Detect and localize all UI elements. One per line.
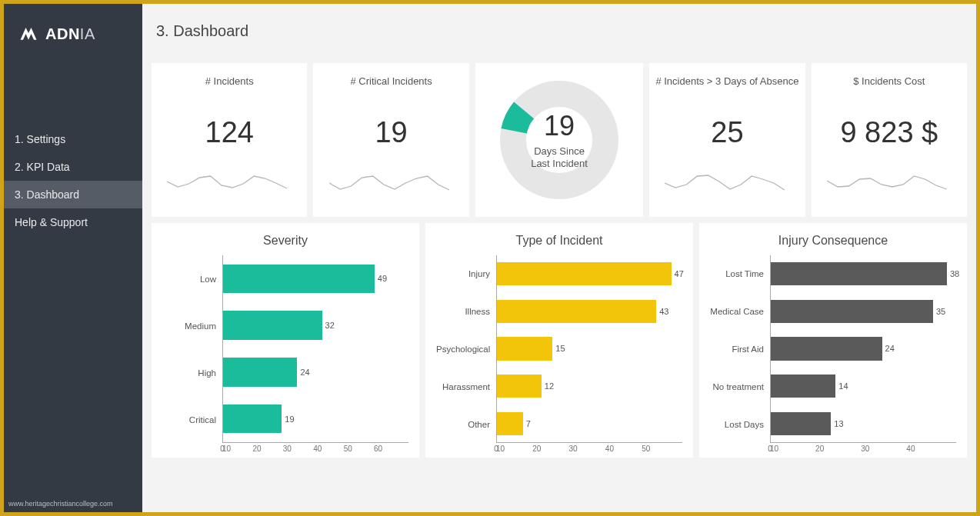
brand: ADNIA [4, 4, 142, 64]
kpi-label: # Incidents [205, 63, 254, 87]
bar-label: Low [162, 275, 222, 284]
sidebar-item-2[interactable]: 3. Dashboard [4, 181, 142, 208]
bar-value: 47 [672, 269, 684, 278]
chart-row: Severity LowMediumHighCritical [152, 223, 967, 458]
kpi-label: $ Incidents Cost [853, 63, 925, 87]
bar-value: 35 [933, 307, 945, 316]
x-tick: 40 [888, 444, 933, 453]
bar-label: Critical [162, 415, 222, 424]
sidebar-nav: 1. Settings2. KPI Data3. DashboardHelp &… [4, 125, 142, 236]
kpi-value: 25 [711, 116, 743, 149]
bar-value: 43 [656, 307, 668, 316]
chart-title: Severity [263, 223, 308, 252]
donut-center: 19 Days SinceLast Incident [531, 110, 588, 171]
brand-name: ADNIA [45, 25, 95, 43]
bar-value: 7 [523, 419, 531, 428]
bar-value: 49 [375, 274, 387, 283]
x-tick: 40 [592, 444, 628, 453]
kpi-card-0: # Incidents 124 [152, 63, 307, 217]
bar-value: 13 [831, 419, 843, 428]
bar-label: Illness [436, 307, 496, 316]
x-tick: 20 [797, 444, 842, 453]
kpi-card-3: $ Incidents Cost 9 823 $ [812, 63, 967, 217]
bar-label: Other [436, 420, 496, 429]
chart-card-2: Injury Consequence Lost TimeMedical Case… [699, 223, 967, 458]
bar-label: Psychological [436, 345, 496, 354]
chart-card-0: Severity LowMediumHighCritical [152, 223, 419, 458]
chart-title: Injury Consequence [778, 223, 888, 252]
bar-label: High [162, 368, 222, 378]
sidebar-item-1[interactable]: 2. KPI Data [4, 153, 142, 181]
bar-label: Lost Days [710, 420, 770, 429]
x-tick: 50 [332, 444, 362, 453]
brand-logo-icon [18, 22, 39, 46]
kpi-value: 124 [205, 116, 254, 149]
bar-value: 14 [835, 381, 848, 391]
kpi-value: 19 [375, 116, 407, 149]
x-tick: 10 [482, 444, 518, 453]
bar-value: 12 [542, 381, 554, 391]
main: 3. Dashboard # Incidents 124 # Critical … [142, 4, 976, 512]
donut-caption: Days SinceLast Incident [531, 145, 588, 171]
x-tick: 10 [752, 444, 797, 453]
bar-label: Medium [162, 321, 222, 331]
bar-label: Medical Case [710, 307, 770, 316]
brand-name-bold: ADN [45, 25, 80, 42]
kpi-label: # Critical Incidents [351, 63, 432, 87]
bar-label: First Aid [710, 345, 770, 354]
kpi-card-2: # Incidents > 3 Days of Absence 25 [649, 63, 805, 217]
bar-value: 38 [947, 269, 959, 278]
x-tick: 30 [842, 444, 888, 453]
page-title: 3. Dashboard [152, 4, 967, 63]
footer-text: www.heritagechristiancollege.com [4, 495, 142, 512]
x-tick: 30 [555, 444, 591, 453]
x-tick: 20 [518, 444, 555, 453]
sidebar-item-0[interactable]: 1. Settings [4, 125, 142, 153]
x-tick: 40 [302, 444, 332, 453]
kpi-label: # Incidents > 3 Days of Absence [655, 63, 798, 87]
bar-value: 15 [552, 344, 565, 353]
bar-label: Injury [436, 269, 496, 278]
chart-card-1: Type of Incident InjuryIllnessPsychologi… [425, 223, 693, 458]
sidebar: ADNIA 1. Settings2. KPI Data3. Dashboard… [4, 4, 142, 512]
sidebar-item-3[interactable]: Help & Support [4, 208, 142, 236]
donut-card: 19 Days SinceLast Incident [475, 63, 643, 217]
brand-name-light: IA [80, 25, 95, 42]
x-tick: 10 [212, 444, 242, 453]
bar-value: 24 [297, 368, 309, 377]
x-tick: 30 [272, 444, 302, 453]
x-tick: 60 [363, 444, 393, 453]
x-tick: 20 [242, 444, 272, 453]
bar-label: Lost Time [710, 269, 770, 278]
donut-value: 19 [531, 110, 588, 142]
kpi-row: # Incidents 124 # Critical Incidents 19 … [152, 63, 967, 217]
bar-value: 32 [322, 321, 335, 330]
bar-label: No treatment [710, 382, 770, 391]
x-tick: 50 [628, 444, 664, 453]
bar-label: Harassment [436, 382, 496, 391]
chart-title: Type of Incident [516, 223, 603, 252]
kpi-value: 9 823 $ [840, 116, 938, 149]
bar-value: 19 [282, 414, 294, 424]
kpi-card-1: # Critical Incidents 19 [313, 63, 468, 217]
bar-value: 24 [882, 344, 895, 353]
